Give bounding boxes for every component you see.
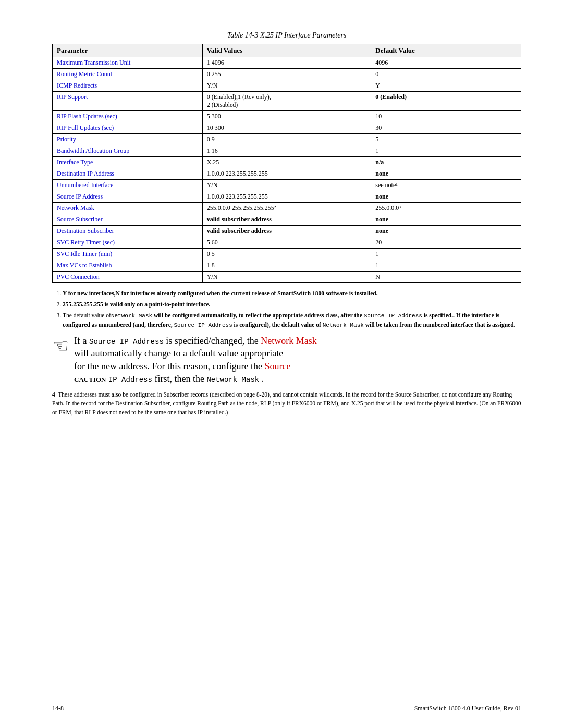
caution-text-part2: IP Address first, then the Network Mask … — [108, 374, 264, 384]
caution-label: CAUTION — [74, 376, 106, 384]
table-row-default-5: 30 — [371, 122, 521, 134]
table-row-default-14: none — [371, 226, 521, 237]
caution-icon: ☜ — [52, 337, 69, 355]
table-row-param-11: Source IP Address — [53, 191, 203, 203]
table-row-valid-7: 1 16 — [202, 145, 371, 157]
table-row-default-3: 0 (Enabled) — [371, 92, 521, 111]
table-row-param-5: RIP Full Updates (sec) — [53, 122, 203, 134]
table-row-param-10: Unnumbered Interface — [53, 180, 203, 191]
table-row-default-10: see note¹ — [371, 180, 521, 191]
table-row-param-18: PVC Connection — [53, 272, 203, 283]
note-2: 255.255.255.255 is valid only on a point… — [63, 300, 521, 309]
table-row-param-17: Max VCs to Establish — [53, 260, 203, 272]
footer-title: SmartSwitch 1800 4.0 User Guide, Rev 01 — [414, 705, 521, 712]
table-row-valid-13: valid subscriber address — [202, 214, 371, 226]
caution-box: ☜ If a Source IP Address is specified/ch… — [52, 335, 521, 385]
table-row-default-9: none — [371, 168, 521, 180]
table-row-valid-15: 5 60 — [202, 237, 371, 249]
table-row-valid-0: 1 4096 — [202, 57, 371, 69]
table-row-default-11: none — [371, 191, 521, 203]
table-row-default-0: 4096 — [371, 57, 521, 69]
table-row-param-7: Bandwidth Allocation Group — [53, 145, 203, 157]
table-row-default-16: 1 — [371, 249, 521, 260]
table-row-param-13: Source Subscriber — [53, 214, 203, 226]
table-row-valid-10: Y/N — [202, 180, 371, 191]
table-row-valid-6: 0 9 — [202, 134, 371, 145]
footer-page: 14-8 — [52, 705, 64, 712]
table-row-param-3: RIP Support — [53, 92, 203, 111]
table-row-default-17: 1 — [371, 260, 521, 272]
table-row-param-2: ICMP Redirects — [53, 80, 203, 92]
table-row-default-18: N — [371, 272, 521, 283]
table-row-default-1: 0 — [371, 69, 521, 80]
col-header-valid: Valid Values — [202, 44, 371, 57]
table-row-valid-9: 1.0.0.0 223.255.255.255 — [202, 168, 371, 180]
table-row-default-12: 255.0.0.0³ — [371, 203, 521, 214]
table-row-param-16: SVC Idle Timer (min) — [53, 249, 203, 260]
table-row-param-8: Interface Type — [53, 157, 203, 168]
table-row-default-7: 1 — [371, 145, 521, 157]
table-title: Table 14-3 X.25 IP Interface Parameters — [52, 31, 521, 40]
note-3: The default value ofNetwork Mask will be… — [63, 311, 521, 329]
table-row-valid-18: Y/N — [202, 272, 371, 283]
table-row-param-12: Network Mask — [53, 203, 203, 214]
table-row-default-4: 10 — [371, 111, 521, 122]
page: Table 14-3 X.25 IP Interface Parameters … — [0, 0, 563, 448]
table-row-default-15: 20 — [371, 237, 521, 249]
table-row-valid-8: X.25 — [202, 157, 371, 168]
table-row-default-2: Y — [371, 80, 521, 92]
table-row-valid-12: 255.0.0.0 255.255.255.255² — [202, 203, 371, 214]
col-header-parameter: Parameter — [53, 44, 203, 57]
table-row-param-6: Priority — [53, 134, 203, 145]
table-row-valid-17: 1 8 — [202, 260, 371, 272]
table-row-param-15: SVC Retry Timer (sec) — [53, 237, 203, 249]
table-row-default-6: 5 — [371, 134, 521, 145]
table-row-valid-11: 1.0.0.0 223.255.255.255 — [202, 191, 371, 203]
caution-text-part1: If a Source IP Address is specified/chan… — [74, 336, 317, 372]
parameters-table: Parameter Valid Values Default Value Max… — [52, 44, 521, 283]
table-row-valid-3: 0 (Enabled),1 (Rcv only),2 (Disabled) — [202, 92, 371, 111]
table-row-default-13: none — [371, 214, 521, 226]
table-row-valid-14: valid subscriber address — [202, 226, 371, 237]
table-row-valid-1: 0 255 — [202, 69, 371, 80]
table-row-default-8: n/a — [371, 157, 521, 168]
caution-content: If a Source IP Address is specified/chan… — [74, 335, 317, 385]
note-1: Y for new interfaces,N for interfaces al… — [63, 289, 521, 298]
table-row-param-1: Routing Metric Count — [53, 69, 203, 80]
table-row-param-0: Maximum Transmission Unit — [53, 57, 203, 69]
table-row-param-14: Destination Subscriber — [53, 226, 203, 237]
table-row-valid-5: 10 300 — [202, 122, 371, 134]
table-row-param-4: RIP Flash Updates (sec) — [53, 111, 203, 122]
table-row-valid-2: Y/N — [202, 80, 371, 92]
table-row-valid-16: 0 5 — [202, 249, 371, 260]
footer: 14-8 SmartSwitch 1800 4.0 User Guide, Re… — [0, 701, 563, 712]
caution-text: If a Source IP Address is specified/chan… — [74, 335, 317, 385]
col-header-default: Default Value — [371, 44, 521, 57]
note4: 4 These addresses must also be configure… — [52, 390, 521, 416]
notes-section: Y for new interfaces,N for interfaces al… — [52, 289, 521, 416]
table-row-valid-4: 5 300 — [202, 111, 371, 122]
table-row-param-9: Destination IP Address — [53, 168, 203, 180]
